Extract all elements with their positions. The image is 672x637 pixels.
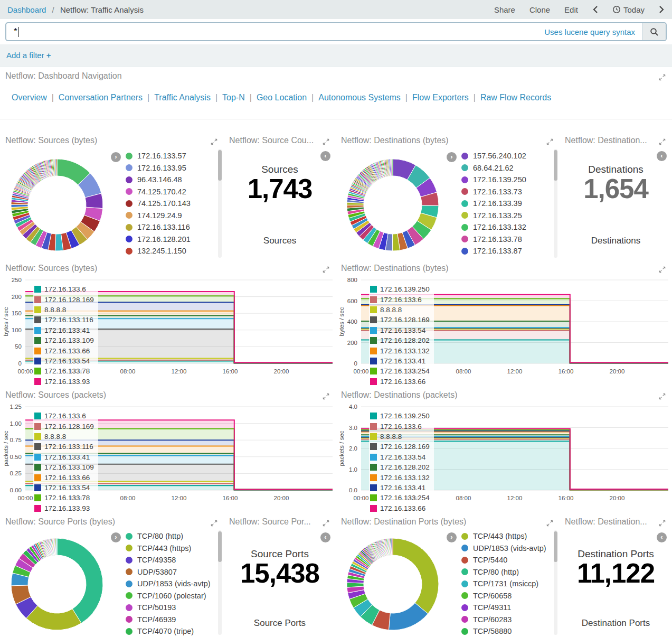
legend-item[interactable]: 74.125.170.42 [126, 186, 191, 198]
scrollbar-thumb[interactable] [218, 150, 222, 181]
time-picker-button[interactable]: Today [612, 5, 645, 14]
legend-item[interactable]: 157.56.240.102 [461, 150, 526, 162]
expand-panel-icon[interactable] [211, 519, 217, 526]
legend-toggle-button[interactable]: › [111, 152, 121, 162]
nav-link-autonomous-systems[interactable]: Autonomous Systems [318, 93, 401, 102]
legend-item[interactable]: 172.16.128.169 [370, 442, 430, 452]
legend-item[interactable]: TCP/46939 [126, 614, 211, 626]
legend-item[interactable]: 172.16.133.116 [34, 315, 94, 325]
legend-item[interactable]: 172.16.133.78 [34, 366, 94, 376]
legend-item[interactable]: 172.16.128.169 [34, 294, 94, 304]
search-input[interactable]: * Uses lucene query syntax [5, 22, 667, 41]
legend-item[interactable]: 172.16.133.41 [370, 356, 430, 366]
legend-item[interactable]: 172.16.128.202 [370, 335, 430, 345]
legend-item[interactable]: TCP/1731 (msiccp) [461, 578, 546, 590]
legend-item[interactable]: 172.16.133.57 [126, 150, 191, 162]
legend-item[interactable]: 172.16.133.6 [34, 411, 94, 421]
legend-item[interactable]: 74.125.170.143 [126, 198, 191, 210]
expand-panel-icon[interactable] [659, 73, 666, 80]
expand-panel-icon[interactable] [546, 138, 553, 145]
legend-item[interactable]: TCP/80 (http) [461, 566, 546, 578]
legend-item[interactable]: TCP/49358 [126, 554, 211, 566]
donut-slice[interactable] [392, 159, 393, 176]
legend-item[interactable]: 172.16.133.41 [34, 452, 94, 462]
legend-item[interactable]: 8.8.8.8 [34, 432, 94, 442]
legend-item[interactable]: 172.16.133.25 [461, 210, 526, 222]
scrollbar-thumb[interactable] [554, 150, 557, 181]
legend-item[interactable]: 172.16.133.109 [34, 462, 94, 472]
legend-item[interactable]: 172.16.133.132 [461, 221, 526, 233]
legend-item[interactable]: TCP/60658 [461, 590, 546, 602]
legend-item[interactable]: UDP/1853 (vids-avtp) [461, 542, 546, 555]
add-filter-link[interactable]: Add a filter+ [6, 51, 51, 60]
legend-item[interactable]: 172.16.133.132 [370, 345, 430, 355]
legend-item[interactable]: TCP/49311 [461, 602, 546, 614]
legend-item[interactable]: 172.16.133.93 [34, 503, 94, 513]
donut-slice[interactable] [56, 159, 57, 176]
nav-link-traffic-analysis[interactable]: Traffic Analysis [154, 93, 211, 102]
legend-item[interactable]: 172.16.133.66 [370, 377, 430, 387]
legend-item[interactable]: 172.16.128.169 [370, 315, 430, 325]
legend-item[interactable]: 172.16.133.54 [34, 356, 94, 366]
search-button[interactable] [642, 23, 666, 40]
legend-item[interactable]: 68.64.21.62 [461, 162, 526, 174]
legend-item[interactable]: 172.16.133.66 [34, 345, 94, 355]
legend-item[interactable]: 172.16.139.250 [370, 284, 430, 294]
legend-item[interactable]: 172.16.139.250 [370, 411, 430, 421]
scrollbar-thumb[interactable] [218, 531, 222, 562]
legend-item[interactable]: 172.16.133.116 [126, 221, 191, 233]
legend-item[interactable]: 96.43.146.48 [126, 174, 191, 186]
legend-item[interactable]: 172.16.133.6 [34, 284, 94, 294]
legend-item[interactable]: TCP/443 (https) [461, 530, 546, 542]
nav-link-conversation-partners[interactable]: Conversation Partners [59, 93, 143, 102]
legend-item[interactable]: 172.16.133.109 [34, 335, 94, 345]
share-button[interactable]: Share [494, 5, 515, 14]
donut-slice[interactable] [392, 538, 393, 555]
donut-slice[interactable] [56, 538, 57, 555]
legend-item[interactable]: TCP/1060 (polestar) [126, 590, 211, 602]
scrollbar-thumb[interactable] [554, 531, 557, 562]
legend-item[interactable]: 172.16.133.6 [370, 294, 430, 304]
legend-item[interactable]: 172.16.133.132 [370, 472, 430, 482]
legend-item[interactable]: 172.16.139.250 [461, 174, 526, 186]
legend-item[interactable]: 132.245.1.150 [126, 245, 191, 257]
clone-button[interactable]: Clone [529, 5, 550, 14]
legend-item[interactable]: 172.16.133.78 [461, 233, 526, 246]
destination-ports-donut-chart[interactable] [345, 537, 440, 632]
legend-item[interactable]: 172.16.133.6 [370, 421, 430, 431]
scrollbar[interactable] [218, 149, 222, 258]
legend-item[interactable]: 172.16.128.202 [370, 462, 430, 472]
legend-item[interactable]: 8.8.8.8 [34, 305, 94, 315]
expand-panel-icon[interactable] [211, 138, 217, 145]
legend-item[interactable]: 172.16.133.78 [34, 493, 94, 503]
expand-panel-icon[interactable] [546, 519, 553, 526]
legend-item[interactable]: 172.16.133.93 [34, 377, 94, 387]
legend-item[interactable]: TCP/5440 [461, 554, 546, 566]
nav-link-overview[interactable]: Overview [12, 93, 47, 102]
donut-slice[interactable] [57, 538, 103, 623]
legend-item[interactable]: 172.16.133.54 [370, 452, 430, 462]
legend-item[interactable]: TCP/58880 [461, 625, 546, 637]
legend-item[interactable]: 172.16.133.87 [461, 245, 526, 257]
legend-item[interactable]: 172.16.133.54 [370, 325, 430, 335]
legend-item[interactable]: 172.16.133.254 [370, 493, 430, 503]
scrollbar[interactable] [554, 530, 557, 635]
time-back-button[interactable] [592, 5, 598, 14]
legend-item[interactable]: TCP/60283 [461, 614, 546, 626]
lucene-syntax-link[interactable]: Uses lucene query syntax [544, 27, 642, 36]
scrollbar[interactable] [554, 149, 557, 258]
legend-item[interactable]: 8.8.8.8 [370, 432, 430, 442]
legend-item[interactable]: 172.16.133.254 [370, 366, 430, 376]
legend-item[interactable]: 172.16.133.66 [34, 472, 94, 482]
nav-link-top-n[interactable]: Top-N [222, 93, 245, 102]
time-forward-button[interactable] [659, 5, 665, 14]
destinations-bytes-donut-chart[interactable] [345, 157, 440, 252]
legend-item[interactable]: TCP/443 (https) [126, 542, 211, 555]
breadcrumb-dashboard-link[interactable]: Dashboard [7, 5, 46, 14]
legend-item[interactable]: 172.16.128.201 [126, 233, 191, 246]
legend-item[interactable]: 172.16.133.116 [34, 442, 94, 452]
legend-item[interactable]: 8.8.8.8 [370, 305, 430, 315]
source-ports-donut-chart[interactable] [10, 537, 105, 632]
nav-link-flow-exporters[interactable]: Flow Exporters [412, 93, 469, 102]
legend-item[interactable]: 172.16.133.41 [34, 325, 94, 335]
